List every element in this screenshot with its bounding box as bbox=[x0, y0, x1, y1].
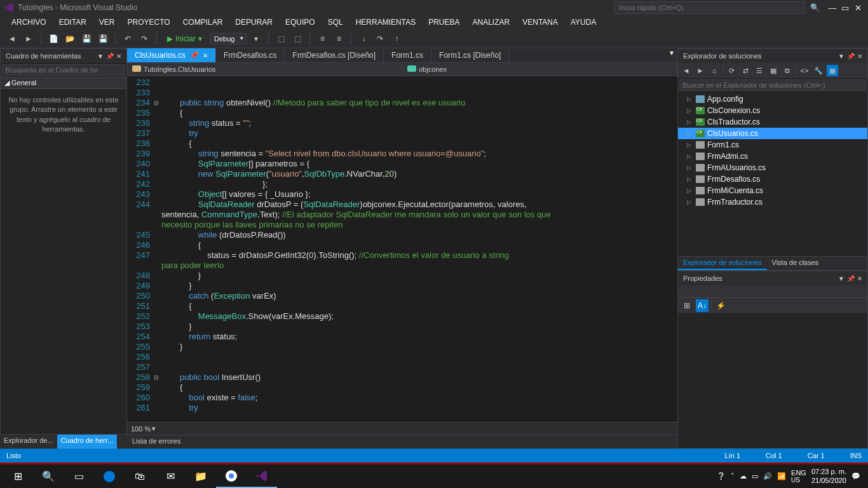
help-tray-icon[interactable]: ❔ bbox=[717, 472, 726, 480]
toolbox-search-input[interactable] bbox=[2, 64, 125, 76]
sol-showall-icon[interactable]: ▦ bbox=[768, 65, 779, 76]
alphabetical-icon[interactable]: A↓ bbox=[696, 299, 709, 312]
save-icon[interactable]: 💾 bbox=[79, 32, 93, 46]
sol-view-icon[interactable]: ▦ bbox=[827, 65, 838, 76]
doc-tab[interactable]: Form1.cs bbox=[384, 48, 431, 62]
tabs-dropdown-icon[interactable]: ▾ bbox=[666, 48, 677, 62]
menu-depurar[interactable]: DEPURAR bbox=[229, 17, 279, 28]
close-sol-icon[interactable]: ✕ bbox=[857, 53, 862, 60]
doc-tab[interactable]: Form1.cs [Diseño] bbox=[431, 48, 509, 62]
pin-icon[interactable]: ▼ bbox=[838, 53, 844, 60]
code-editor[interactable]: 232233234⊟235236237238239240241242243244… bbox=[127, 76, 677, 422]
sol-refresh-icon[interactable]: ⟳ bbox=[726, 65, 737, 76]
menu-ayuda[interactable]: AYUDA bbox=[564, 17, 602, 28]
explorer-icon[interactable]: 📁 bbox=[186, 465, 216, 488]
tool-icon-2[interactable]: ⬚ bbox=[290, 32, 304, 46]
system-tray[interactable]: ❔ ˄ ☁ ▭ 🔊 📶 ENGUS 07:23 p. m. 21/05/2020… bbox=[712, 468, 865, 484]
solution-item[interactable]: ▷FrmMiCuenta.cs bbox=[678, 185, 867, 196]
wifi-icon[interactable]: 📶 bbox=[777, 472, 786, 480]
menu-herramientas[interactable]: HERRAMIENTAS bbox=[349, 17, 422, 28]
menu-editar[interactable]: EDITAR bbox=[53, 17, 93, 28]
pin4-icon[interactable]: 📌 bbox=[847, 275, 855, 282]
menu-proyecto[interactable]: PROYECTO bbox=[121, 17, 177, 28]
tab-explorer[interactable]: Explorador de... bbox=[0, 435, 57, 449]
tool-icon-1[interactable]: ⬚ bbox=[274, 32, 288, 46]
browser-icon[interactable]: ▾ bbox=[249, 32, 263, 46]
menu-archivo[interactable]: ARCHIVO bbox=[5, 17, 53, 28]
toolbox-group[interactable]: ◢ General bbox=[1, 77, 126, 89]
up-tray-icon[interactable]: ˄ bbox=[731, 472, 735, 480]
store-icon[interactable]: 🛍 bbox=[125, 465, 155, 488]
open-icon[interactable]: 📂 bbox=[63, 32, 77, 46]
battery-icon[interactable]: ▭ bbox=[752, 472, 758, 480]
sol-fwd-icon[interactable]: ► bbox=[695, 65, 706, 76]
close-panel-icon[interactable]: ✕ bbox=[116, 53, 121, 60]
nav-class-dropdown[interactable]: TutoIngles.ClsUsuarios bbox=[127, 64, 402, 74]
step-over-icon[interactable]: ↷ bbox=[373, 32, 387, 46]
quick-launch-input[interactable] bbox=[614, 1, 805, 14]
nav-member-dropdown[interactable]: objconex bbox=[402, 64, 677, 74]
sol-sync-icon[interactable]: ⇄ bbox=[740, 65, 751, 76]
sol-properties-icon[interactable]: ☰ bbox=[754, 65, 765, 76]
comment-icon[interactable]: ≡ bbox=[315, 32, 329, 46]
pin3-icon[interactable]: 📌 bbox=[847, 53, 855, 60]
solution-search-input[interactable] bbox=[679, 79, 866, 91]
menu-equipo[interactable]: EQUIPO bbox=[279, 17, 322, 28]
sol-collapse-icon[interactable]: ⧉ bbox=[782, 65, 793, 76]
menu-ver[interactable]: VER bbox=[93, 17, 121, 28]
solution-item[interactable]: ▷FrmTraductor.cs bbox=[678, 196, 867, 208]
menu-sql[interactable]: SQL bbox=[322, 17, 349, 28]
sol-code-icon[interactable]: <> bbox=[799, 65, 810, 76]
save-all-icon[interactable]: 💾 bbox=[96, 32, 110, 46]
back-icon[interactable]: ◄ bbox=[5, 32, 19, 46]
chrome-icon[interactable] bbox=[216, 465, 247, 488]
solution-item[interactable]: ▷FrmAUsuarios.cs bbox=[678, 162, 867, 173]
clock[interactable]: 07:23 p. m. 21/05/2020 bbox=[811, 468, 846, 484]
start-button[interactable]: ▶ Iniciar ▾ bbox=[162, 34, 207, 43]
solution-item[interactable]: ▷FrmDesafios.cs bbox=[678, 173, 867, 185]
search-taskbar-icon[interactable]: 🔍 bbox=[33, 465, 64, 488]
sol-back-icon[interactable]: ◄ bbox=[681, 65, 692, 76]
code-area[interactable]: public string obtenNivel() //Metodo para… bbox=[161, 76, 677, 422]
pin-icon[interactable]: 📌 bbox=[189, 51, 199, 60]
solution-item[interactable]: ▷ClsConexion.cs bbox=[678, 105, 867, 116]
edge-icon[interactable] bbox=[94, 465, 125, 488]
error-list-tab[interactable]: Lista de errores bbox=[127, 435, 677, 449]
volume-icon[interactable]: 🔊 bbox=[763, 472, 772, 480]
properties-object-dropdown[interactable] bbox=[678, 285, 867, 298]
menu-ventana[interactable]: VENTANA bbox=[516, 17, 564, 28]
step-icon[interactable]: ↓ bbox=[356, 32, 370, 46]
solution-item[interactable]: ▷ClsUsuarios.cs bbox=[678, 128, 867, 139]
pin2-icon[interactable]: 📌 bbox=[106, 53, 114, 60]
forward-icon[interactable]: ► bbox=[22, 32, 36, 46]
lang-indicator[interactable]: ENGUS bbox=[791, 469, 806, 484]
solution-tree[interactable]: ▷App.config▷ClsConexion.cs▷ClsTraductor.… bbox=[678, 92, 867, 256]
doc-tab[interactable]: FrmDesafios.cs [Diseño] bbox=[285, 48, 384, 62]
new-project-icon[interactable]: 📄 bbox=[46, 32, 60, 46]
vs-taskbar-icon[interactable] bbox=[247, 465, 277, 488]
doc-tab[interactable]: FrmDesafios.cs bbox=[216, 48, 285, 62]
solution-item[interactable]: ▷ClsTraductor.cs bbox=[678, 116, 867, 128]
redo-icon[interactable]: ↷ bbox=[137, 32, 151, 46]
close-button[interactable]: ✕ bbox=[851, 3, 864, 13]
notifications-icon[interactable]: 💬 bbox=[851, 472, 860, 480]
doc-tab[interactable]: ClsUsuarios.cs 📌 ✕ bbox=[127, 48, 216, 62]
tab-solution-explorer[interactable]: Explorador de soluciones bbox=[678, 257, 767, 270]
close-props-icon[interactable]: ✕ bbox=[857, 275, 862, 282]
close-tab-icon[interactable]: ✕ bbox=[203, 52, 208, 59]
step-out-icon[interactable]: ↑ bbox=[390, 32, 403, 46]
sol-home-icon[interactable]: ⌂ bbox=[709, 65, 720, 76]
zoom-level[interactable]: 100 % ▾ bbox=[131, 424, 156, 433]
solution-item[interactable]: ▷App.config bbox=[678, 93, 867, 105]
sol-prop-icon[interactable]: 🔧 bbox=[813, 65, 824, 76]
menu-analizar[interactable]: ANALIZAR bbox=[466, 17, 517, 28]
maximize-button[interactable]: ▭ bbox=[839, 3, 851, 13]
config-dropdown[interactable]: Debug bbox=[210, 33, 247, 44]
pin-icon[interactable]: ▼ bbox=[838, 275, 844, 282]
pin-icon[interactable]: ▼ bbox=[97, 53, 104, 60]
search-icon[interactable]: 🔍 bbox=[810, 3, 820, 12]
taskview-icon[interactable]: ▭ bbox=[64, 465, 94, 488]
solution-item[interactable]: ▷FrmAdmi.cs bbox=[678, 151, 867, 162]
categorized-icon[interactable]: ⊞ bbox=[681, 299, 693, 312]
onedrive-icon[interactable]: ☁ bbox=[740, 472, 747, 480]
